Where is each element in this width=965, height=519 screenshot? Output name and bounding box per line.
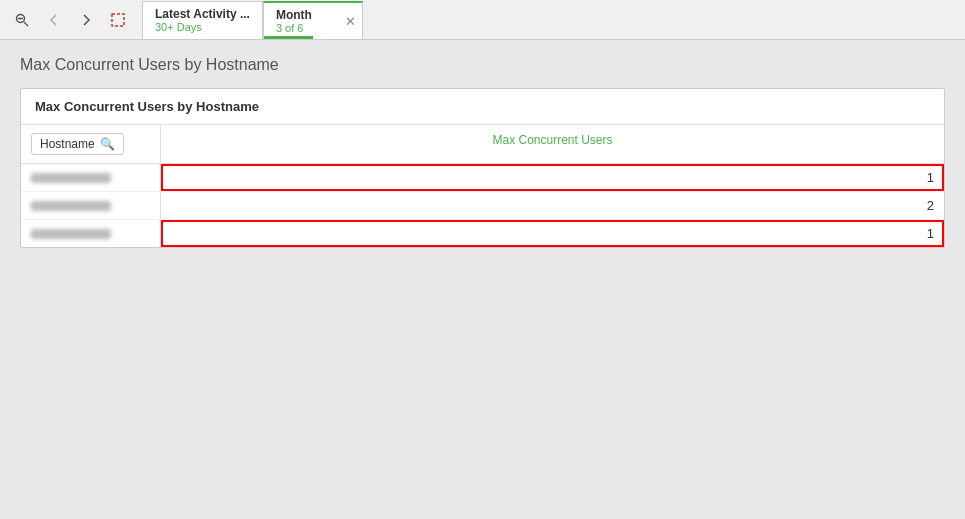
concurrent-users-value-3: 1 [927,226,934,241]
hostname-value-1 [31,173,111,183]
tab-latest-activity-title: Latest Activity ... [155,7,250,21]
tab-month[interactable]: Month 3 of 6 ✕ [263,1,363,39]
value-cell-3: 1 [161,220,944,247]
tab-latest-activity-subtitle: 30+ Days [155,21,250,33]
value-cell-1: 1 [161,164,944,191]
forward-icon[interactable] [72,6,100,34]
tab-month-progress [264,36,313,39]
tab-month-close[interactable]: ✕ [345,14,356,27]
zoom-icon[interactable] [8,6,36,34]
main-card: Max Concurrent Users by Hostname Hostnam… [20,88,945,248]
svg-rect-3 [112,14,124,26]
tab-latest-activity[interactable]: Latest Activity ... 30+ Days [142,1,263,39]
max-concurrent-users-header: Max Concurrent Users [161,125,944,163]
tab-month-subtitle: 3 of 6 [276,22,350,34]
select-region-icon[interactable] [104,6,132,34]
card-header: Max Concurrent Users by Hostname [21,89,944,125]
tab-group: Latest Activity ... 30+ Days Month 3 of … [142,1,363,39]
back-icon[interactable] [40,6,68,34]
hostname-filter-cell: Hostname 🔍 [21,125,161,163]
table-row: 1 [21,220,944,247]
tab-month-title: Month [276,8,350,22]
value-cell-2: 2 [161,192,944,219]
table-header: Hostname 🔍 Max Concurrent Users [21,125,944,164]
hostname-filter-button[interactable]: Hostname 🔍 [31,133,124,155]
hostname-filter-label: Hostname [40,137,95,151]
hostname-search-icon: 🔍 [100,137,115,151]
svg-line-1 [24,22,28,26]
concurrent-users-value-2: 2 [927,198,934,213]
hostname-value-3 [31,229,111,239]
concurrent-users-value-1: 1 [927,170,934,185]
table-row: 2 [21,192,944,220]
hostname-cell-2 [21,192,161,219]
hostname-value-2 [31,201,111,211]
hostname-cell-3 [21,220,161,247]
page-content: Max Concurrent Users by Hostname Max Con… [0,40,965,258]
toolbar: Latest Activity ... 30+ Days Month 3 of … [0,0,965,40]
data-table: Hostname 🔍 Max Concurrent Users 1 [21,125,944,247]
hostname-cell-1 [21,164,161,191]
table-row: 1 [21,164,944,192]
page-title: Max Concurrent Users by Hostname [20,56,945,74]
